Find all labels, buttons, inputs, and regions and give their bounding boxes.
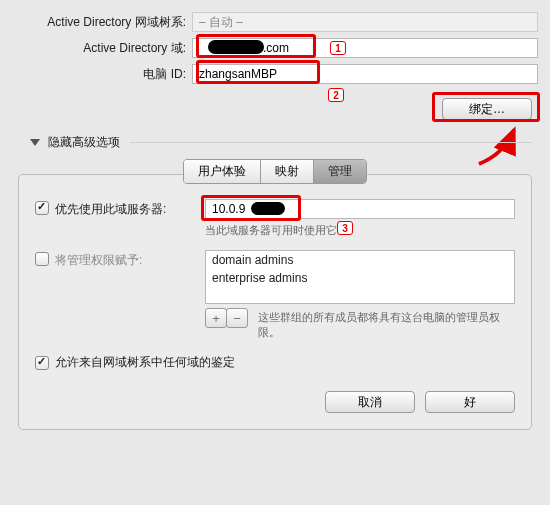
tabs-bar: 用户体验 映射 管理 <box>18 159 532 184</box>
computer-label: 电脑 ID: <box>12 66 192 83</box>
admin-groups-list[interactable]: domain admins enterprise admins <box>205 250 515 304</box>
bind-row: 绑定… <box>0 90 550 120</box>
cancel-button[interactable]: 取消 <box>325 391 415 413</box>
domain-input[interactable] <box>192 38 538 58</box>
prefer-server-checkbox[interactable] <box>35 201 49 215</box>
prefer-server-hint: 当此域服务器可用时使用它 3 <box>205 223 515 238</box>
computer-input[interactable] <box>192 64 538 84</box>
bind-button[interactable]: 绑定… <box>442 98 532 120</box>
domain-label: Active Directory 域: <box>12 40 192 57</box>
advanced-section: 用户体验 映射 管理 优先使用此域服务器: 当此域服务器可用时使用它 3 将管理… <box>0 159 550 430</box>
remove-button[interactable]: − <box>226 308 248 328</box>
admin-pane: 优先使用此域服务器: 当此域服务器可用时使用它 3 将管理权限赋予: domai… <box>18 174 532 430</box>
list-item[interactable]: enterprise admins <box>206 269 514 287</box>
disclosure-row[interactable]: 隐藏高级选项 <box>0 120 550 159</box>
disclosure-triangle-icon <box>30 139 40 146</box>
prefer-server-row: 优先使用此域服务器: <box>35 199 515 219</box>
forest-label: Active Directory 网域树系: <box>12 14 192 31</box>
computer-row: 电脑 ID: 2 <box>12 64 538 84</box>
divider <box>130 142 532 143</box>
forest-row: Active Directory 网域树系: <box>12 12 538 32</box>
list-item[interactable]: domain admins <box>206 251 514 269</box>
grant-admin-label: 将管理权限赋予: <box>55 252 142 269</box>
grant-admin-row: 将管理权限赋予: domain admins enterprise admins <box>35 250 515 304</box>
domain-row: Active Directory 域: 1 <box>12 38 538 58</box>
badge-3: 3 <box>337 221 353 235</box>
add-button[interactable]: + <box>205 308 227 328</box>
allow-any-row: 允许来自网域树系中任何域的鉴定 <box>35 354 515 371</box>
prefer-server-input[interactable] <box>205 199 515 219</box>
tab-ux[interactable]: 用户体验 <box>184 160 261 183</box>
tab-segment: 用户体验 映射 管理 <box>183 159 367 184</box>
dialog-buttons: 取消 好 <box>35 391 515 413</box>
allow-any-checkbox[interactable] <box>35 356 49 370</box>
forest-input <box>192 12 538 32</box>
grant-admin-checkbox[interactable] <box>35 252 49 266</box>
prefer-hint-text: 当此域服务器可用时使用它 <box>205 224 337 236</box>
directory-form: Active Directory 网域树系: Active Directory … <box>0 0 550 84</box>
tab-map[interactable]: 映射 <box>261 160 314 183</box>
prefer-server-label: 优先使用此域服务器: <box>55 201 166 218</box>
disclosure-label: 隐藏高级选项 <box>48 134 120 151</box>
ok-button[interactable]: 好 <box>425 391 515 413</box>
allow-any-label: 允许来自网域树系中任何域的鉴定 <box>55 354 235 371</box>
group-hint: 这些群组的所有成员都将具有这台电脑的管理员权限。 <box>258 308 515 340</box>
tab-admin[interactable]: 管理 <box>314 160 366 183</box>
list-controls: + − 这些群组的所有成员都将具有这台电脑的管理员权限。 <box>205 308 515 340</box>
